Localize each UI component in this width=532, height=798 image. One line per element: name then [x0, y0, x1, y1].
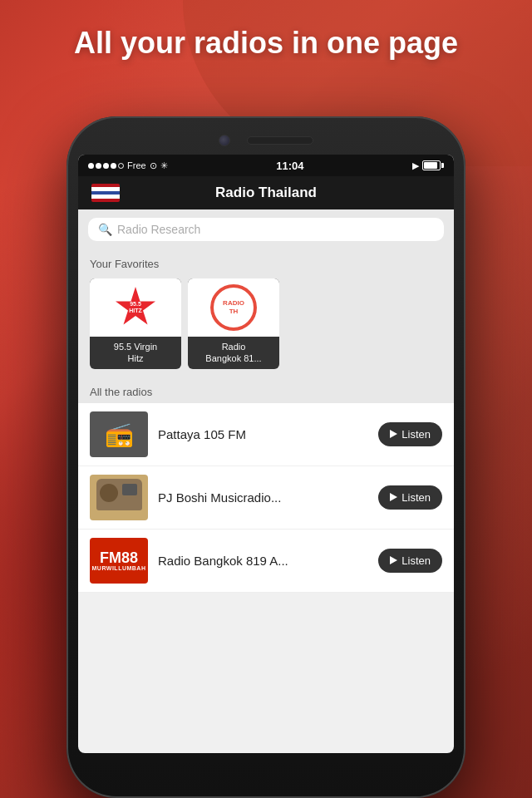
- phone-device: Free ⊙ ✳ 11:04 ▶: [66, 116, 466, 798]
- wifi-icon: ⊙: [150, 160, 157, 171]
- radio-th-logo: RADIOTH: [200, 283, 267, 332]
- thailand-flag: [91, 184, 120, 202]
- fav-thumb-virgin: 95.5HITZ: [90, 278, 181, 337]
- battery-body: [422, 160, 441, 170]
- virgin-logo: 95.5HITZ: [98, 283, 173, 332]
- signal-dots: [88, 163, 124, 169]
- favorites-label: Your Favorites: [78, 249, 454, 275]
- radio-th-circle: RADIOTH: [210, 284, 257, 331]
- radio-item-bangkok819: FM88 MURWILLUMBAH Radio Bangkok 819 A...…: [78, 530, 454, 593]
- radio-th-inner: RADIOTH: [223, 299, 244, 315]
- favorites-row: 95.5HITZ 95.5 VirginHitz RADIOTH: [78, 275, 454, 379]
- search-bar[interactable]: 🔍 Radio Research: [88, 218, 444, 241]
- fav-thumb-bangkok: RADIOTH: [188, 278, 279, 337]
- signal-dot-4: [111, 163, 116, 169]
- carrier-label: Free: [127, 160, 146, 170]
- listen-label-bangkok819: Listen: [401, 554, 431, 567]
- fav-item-bangkok[interactable]: RADIOTH RadioBangkok 81...: [188, 278, 279, 369]
- fm88-text: FM88: [100, 550, 138, 565]
- listen-button-bangkok819[interactable]: Listen: [378, 549, 442, 573]
- play-icon-bangkok819: [390, 556, 397, 564]
- radio-thumb-pjboshi: [90, 475, 148, 520]
- status-time: 11:04: [276, 160, 303, 172]
- radio-name-pjboshi: PJ Boshi Musicradio...: [158, 490, 368, 505]
- app-title: Radio Thailand: [215, 185, 317, 201]
- fav-name-virgin: 95.5 VirginHitz: [90, 337, 181, 369]
- fm88-logo: FM88 MURWILLUMBAH: [90, 538, 148, 584]
- radio-icon-pattaya: 📻: [105, 421, 134, 448]
- top-speaker: [247, 136, 313, 145]
- status-bar: Free ⊙ ✳ 11:04 ▶: [78, 155, 454, 176]
- battery-fill: [424, 162, 437, 169]
- radio-item-pattaya: 📻 Pattaya 105 FM Listen: [78, 403, 454, 466]
- battery-icon: [422, 160, 444, 170]
- search-placeholder: Radio Research: [117, 223, 200, 236]
- radio-item-pjboshi: PJ Boshi Musicradio... Listen: [78, 466, 454, 530]
- signal-dot-2: [96, 163, 101, 169]
- battery-tip: [441, 163, 444, 168]
- listen-button-pjboshi[interactable]: Listen: [378, 485, 442, 510]
- radio-name-pattaya: Pattaya 105 FM: [158, 427, 368, 441]
- all-radios-label: All the radios: [78, 379, 454, 403]
- listen-button-pattaya[interactable]: Listen: [378, 422, 442, 446]
- listen-label-pattaya: Listen: [401, 428, 431, 441]
- status-left: Free ⊙ ✳: [88, 160, 168, 171]
- phone-top-bar: [78, 128, 454, 155]
- phone-outer-shell: Free ⊙ ✳ 11:04 ▶: [66, 116, 466, 798]
- app-header: Radio Thailand: [78, 176, 454, 209]
- play-icon-pjboshi: [390, 493, 397, 501]
- phone-screen: Free ⊙ ✳ 11:04 ▶: [78, 155, 454, 753]
- activity-icon: ✳: [160, 160, 168, 171]
- search-bar-wrap[interactable]: 🔍 Radio Research: [78, 209, 454, 249]
- vintage-radio-pjboshi: [96, 479, 142, 516]
- vintage-radio-speaker: [100, 484, 118, 502]
- location-icon: ▶: [412, 160, 419, 171]
- front-camera: [219, 135, 230, 146]
- virgin-text: 95.5HITZ: [129, 301, 142, 313]
- fav-item-virgin[interactable]: 95.5HITZ 95.5 VirginHitz: [90, 278, 181, 369]
- radio-thumb-bangkok819: FM88 MURWILLUMBAH: [90, 538, 148, 584]
- radio-thumb-pattaya: 📻: [90, 411, 148, 457]
- vintage-radio-body: [96, 479, 142, 510]
- flag-stripe-bottom: [91, 199, 120, 202]
- fm88-sub: MURWILLUMBAH: [92, 565, 146, 571]
- signal-dot-3: [103, 163, 109, 169]
- fav-name-bangkok: RadioBangkok 81...: [188, 337, 279, 369]
- status-right: ▶: [412, 160, 444, 171]
- play-icon-pattaya: [390, 430, 397, 438]
- listen-label-pjboshi: Listen: [401, 491, 431, 504]
- signal-dot-5: [118, 163, 124, 169]
- hero-title: All your radios in one page: [0, 25, 532, 61]
- search-icon: 🔍: [98, 223, 112, 236]
- content-area: Your Favorites 95.5HITZ 95.5 VirginHitz: [78, 249, 454, 593]
- radio-list: 📻 Pattaya 105 FM Listen: [78, 403, 454, 593]
- radio-name-bangkok819: Radio Bangkok 819 A...: [158, 554, 368, 568]
- vintage-radio-dial: [122, 484, 137, 495]
- signal-dot-1: [88, 163, 94, 169]
